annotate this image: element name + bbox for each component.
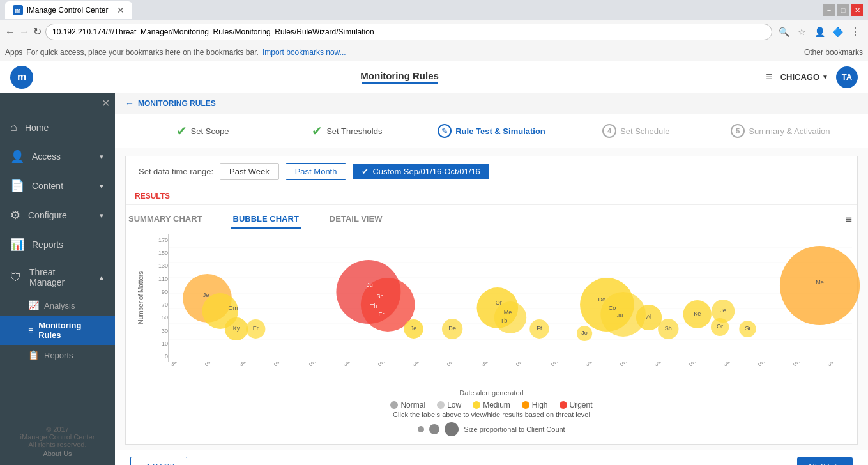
access-icon: 👤 [10, 149, 24, 164]
wizard-step-schedule: 4 Set Schedule [564, 124, 708, 138]
footer-bar: ◀ BACK NEXT ▶ [115, 450, 868, 465]
wizard-steps: ✔ Set Scope ✔ Set Thresholds ✎ Rule Test… [115, 114, 868, 148]
window-close-btn[interactable]: ✕ [851, 4, 863, 16]
sidebar-item-access[interactable]: 👤 Access ▼ [0, 142, 115, 171]
date-range-section: Set data time range: Past Week Past Mont… [115, 148, 868, 187]
nav-back-btn[interactable]: ← [5, 26, 15, 38]
sidebar-label-reports: Reports [32, 240, 63, 250]
next-button[interactable]: NEXT ▶ [797, 457, 853, 465]
svg-text:De: De [598, 296, 606, 303]
sidebar-label-home: Home [25, 123, 49, 133]
sidebar-item-reports[interactable]: 📊 Reports [0, 230, 115, 259]
sidebar-subitem-analysis[interactable]: 📈 Analysis [0, 295, 115, 316]
past-month-btn[interactable]: Past Month [286, 163, 347, 180]
app-logo: m [10, 66, 33, 89]
sidebar-subitem-reports2[interactable]: 📋 Reports [0, 345, 115, 365]
user-icon[interactable]: 👤 [812, 24, 827, 40]
nav-reload-btn[interactable]: ↻ [33, 26, 42, 38]
sidebar-item-content[interactable]: 📄 Content ▼ [0, 171, 115, 201]
apps-label: Apps [5, 48, 22, 57]
browser-tab[interactable]: m iManage Control Center ✕ [5, 1, 132, 19]
legend-normal[interactable]: Normal [390, 400, 425, 409]
sidebar-label-threat-manager: Threat Manager [29, 267, 91, 287]
breadcrumb-icon: ← [125, 98, 134, 109]
menu-icon[interactable]: ⋮ [848, 24, 863, 40]
import-bookmarks-link[interactable]: Import bookmarks now... [263, 48, 346, 57]
content-icon: 📄 [10, 179, 24, 193]
sidebar: ✕ ⌂ Home 👤 Access ▼ 📄 Content ▼ ⚙ Config… [0, 93, 115, 465]
nav-forward-btn[interactable]: → [19, 26, 29, 38]
sidebar-label-content: Content [32, 181, 91, 191]
step-label-summary[interactable]: Summary & Activation [749, 126, 830, 136]
bubble-chart-svg: Je Om Ky Er Ju [169, 234, 852, 362]
step-label-scope[interactable]: Set Scope [191, 126, 229, 136]
legend-dot-urgent [560, 401, 567, 409]
threat-manager-arrow-icon: ▲ [98, 274, 105, 281]
svg-text:Tb: Tb [501, 317, 508, 324]
sidebar-label-reports2: Reports [44, 351, 73, 360]
user-avatar[interactable]: TA [836, 66, 858, 88]
svg-text:Ke: Ke [694, 310, 701, 317]
legend-urgent[interactable]: Urgent [560, 400, 593, 409]
breadcrumb-text[interactable]: MONITORING RULES [138, 99, 216, 108]
access-arrow-icon: ▼ [98, 153, 105, 160]
svg-text:Si: Si [745, 325, 750, 332]
svg-text:Je: Je [411, 325, 417, 332]
step-label-thresholds[interactable]: Set Thresholds [326, 126, 382, 136]
sidebar-item-threat-manager[interactable]: 🛡 Threat Manager ▲ [0, 259, 115, 295]
step-label-schedule[interactable]: Set Schedule [620, 126, 669, 136]
address-bar[interactable] [45, 24, 772, 40]
location-button[interactable]: CHICAGO ▼ [780, 72, 828, 82]
tab-close-icon[interactable]: ✕ [117, 5, 125, 15]
sidebar-subitem-monitoring-rules[interactable]: ≡ Monitoring Rules [0, 316, 115, 345]
window-minimize-btn[interactable]: − [823, 4, 835, 16]
back-arrow-icon: ◀ [142, 462, 149, 465]
svg-text:Me: Me [504, 309, 512, 316]
legend-low[interactable]: Low [437, 400, 461, 409]
legend-dot-normal [390, 401, 398, 409]
svg-text:Ky: Ky [233, 325, 240, 332]
sidebar-item-home[interactable]: ⌂ Home [0, 113, 115, 142]
sidebar-item-configure[interactable]: ⚙ Configure ▼ [0, 201, 115, 230]
svg-text:Th: Th [370, 303, 377, 309]
svg-text:Or: Or [496, 300, 502, 306]
step-num-schedule: 4 [602, 124, 616, 138]
other-bookmarks: Other bookmarks [804, 48, 863, 57]
svg-text:Co: Co [609, 305, 616, 311]
sidebar-label-access: Access [32, 151, 91, 162]
reports2-icon: 📋 [28, 350, 39, 360]
bookmarks-text: For quick access, place your bookmarks h… [26, 48, 259, 57]
svg-point-26 [494, 301, 526, 333]
past-week-btn[interactable]: Past Week [220, 163, 279, 180]
step-label-test[interactable]: Rule Test & Simulation [455, 126, 545, 136]
window-maximize-btn[interactable]: □ [837, 4, 849, 16]
wizard-step-test: ✎ Rule Test & Simulation [419, 124, 563, 138]
svg-text:Or: Or [717, 323, 723, 330]
extension-icon[interactable]: 🔷 [830, 24, 845, 40]
chart-tabs: SUMMARY CHART BUBBLE CHART DETAIL VIEW ≡ [126, 205, 857, 229]
step-num-summary: 5 [731, 124, 745, 138]
chart-options-icon[interactable]: ≡ [845, 213, 852, 226]
tab-detail-view[interactable]: DETAIL VIEW [327, 210, 385, 229]
sidebar-footer: © 2017 iManage Control Center All rights… [0, 418, 115, 465]
legend-high[interactable]: High [522, 400, 548, 409]
sidebar-close-btn[interactable]: ✕ [102, 97, 110, 109]
step-check-thresholds: ✔ [312, 123, 323, 139]
svg-text:Ju: Ju [617, 312, 623, 319]
bubble-chart-container: Number of Matters 170 150 130 110 90 [126, 229, 857, 444]
configure-arrow-icon: ▼ [98, 212, 105, 219]
legend-dot-medium [473, 401, 480, 409]
wizard-step-summary: 5 Summary & Activation [708, 124, 853, 138]
back-button[interactable]: ◀ BACK [130, 457, 187, 465]
svg-text:Er: Er [379, 311, 385, 317]
svg-text:Sh: Sh [665, 325, 672, 332]
svg-text:Me: Me [816, 279, 824, 286]
tab-bubble-chart[interactable]: BUBBLE CHART [231, 210, 301, 229]
bookmark-icon[interactable]: ☆ [794, 24, 809, 40]
custom-date-btn[interactable]: ✔ Custom Sep/01/16-Oct/01/16 [353, 164, 489, 179]
checkmark-icon: ✔ [362, 167, 369, 176]
header-menu-icon[interactable]: ≡ [766, 70, 773, 84]
svg-text:De: De [448, 325, 456, 332]
tab-summary-chart[interactable]: SUMMARY CHART [126, 210, 205, 229]
legend-medium[interactable]: Medium [473, 400, 510, 409]
